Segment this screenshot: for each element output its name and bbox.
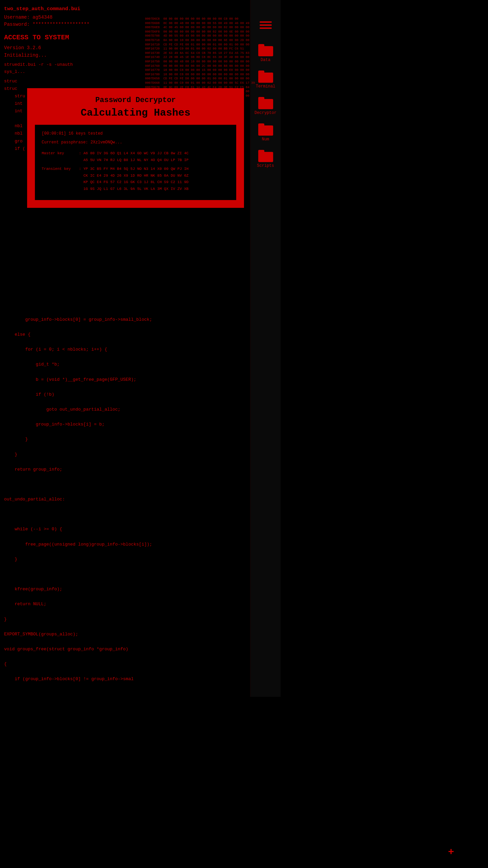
file-title: two_step_auth_command.bui — [4, 6, 246, 12]
bottom-code: group_info->blocks[0] = group_info->smal… — [4, 309, 246, 691]
modal-inner: [00:00:01] 16 keys tested Current passph… — [35, 125, 236, 200]
sidebar-item-decryptor[interactable]: Decryptor — [250, 93, 281, 119]
passphrase-line: Current passphrase: 2XzlvmONQw... — [42, 139, 229, 146]
sidebar-item-data[interactable]: Data — [250, 40, 281, 66]
hamburger-line-3 — [260, 27, 272, 29]
hamburger-line-1 — [260, 21, 272, 23]
modal-subtitle: Calculating Hashes — [35, 107, 236, 119]
left-content: two_step_auth_command.bui Username: ag54… — [0, 0, 250, 697]
sidebar-label-terminal: Terminal — [256, 84, 276, 89]
hamburger-menu[interactable] — [260, 20, 272, 30]
username-label: Username: ag54348 — [4, 15, 53, 20]
right-sidebar: Data Terminal Decryptor Num — [250, 0, 281, 697]
folder-icon-decryptor — [258, 97, 273, 109]
sidebar-label-data: Data — [261, 58, 270, 62]
folder-icon-data — [258, 44, 273, 56]
username-value: ag54348 — [33, 15, 53, 20]
modal-title: Password Decryptor — [35, 96, 236, 104]
transient-key-label: Transient key — [42, 166, 79, 193]
sidebar-label-scripts: Scripts — [257, 163, 274, 168]
passphrase-value: 2XzlvmONQw... — [90, 140, 122, 145]
sidebar-label-num: Num — [262, 137, 269, 142]
password-value: ******************** — [33, 22, 89, 27]
main-container: two_step_auth_command.bui Username: ag54… — [0, 0, 281, 697]
hex-dump: 0007D6C8 08 00 00 00 00 00 00 00 00 00 0… — [145, 17, 250, 98]
password-decryptor-modal: Password Decryptor Calculating Hashes [0… — [27, 88, 244, 208]
sidebar-item-scripts[interactable]: Scripts — [250, 146, 281, 172]
transient-key-value: : YP 3C B5 FY M4 B4 5Q 5J NO N3 14 X0 00… — [79, 166, 188, 193]
master-key-value: : A6 80 IV 3G 6O Q1 L4 X4 GD WC V9 JJ CB… — [79, 150, 188, 164]
password-label: Password: ******************** — [4, 22, 89, 27]
master-key-row: Master key : A6 80 IV 3G 6O Q1 L4 X4 GD … — [42, 150, 229, 164]
folder-icon-terminal — [258, 71, 273, 83]
folder-icon-scripts — [258, 150, 273, 162]
keys-tested-line: [00:00:01] 16 keys tested — [42, 130, 229, 138]
sidebar-item-terminal[interactable]: Terminal — [250, 66, 281, 93]
sidebar-label-decryptor: Decryptor — [255, 111, 277, 115]
hamburger-line-2 — [260, 24, 272, 26]
passphrase-label: Current passphrase: — [42, 140, 88, 145]
transient-key-row: Transient key : YP 3C B5 FY M4 B4 5Q 5J … — [42, 166, 229, 193]
master-key-label: Master key — [42, 150, 79, 164]
sidebar-item-num[interactable]: Num — [250, 119, 281, 146]
folder-icon-num — [258, 123, 273, 136]
